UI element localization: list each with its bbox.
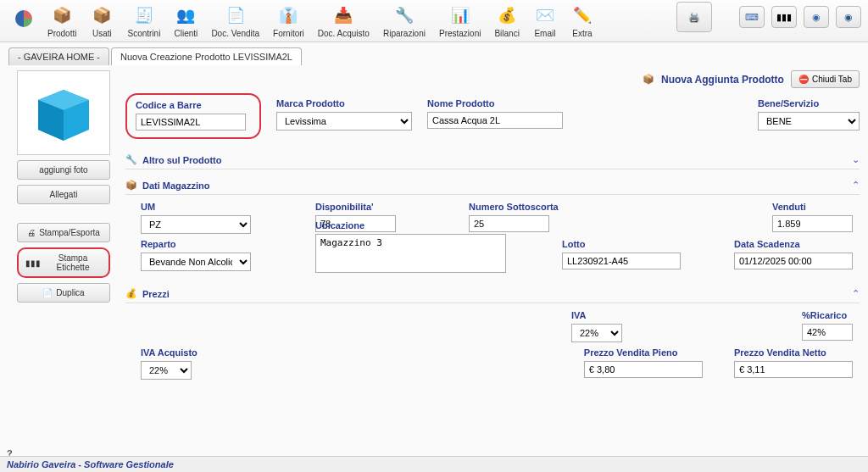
product-image [17,70,110,155]
warehouse-icon: 📦 [125,180,137,191]
toolbar-extra[interactable]: ✏️Extra [564,2,601,40]
toolbar-prodotti[interactable]: 📦Prodotti [41,2,83,40]
tab-bar: - GAVEIRA HOME - Nuova Creazione Prodott… [0,42,868,65]
barcode-button[interactable]: ▮▮▮ [771,6,797,28]
close-tab-button[interactable]: ⛔ Chiudi Tab [791,70,860,88]
toolbar-chart-icon[interactable] [7,2,41,31]
circle-button-1[interactable]: ◉ [804,6,829,28]
lotto-input[interactable] [562,253,681,269]
tab-current[interactable]: Nuova Creazione Prodotto LEVISSIMA2L [111,47,302,65]
iva-acq-select[interactable]: 22% [141,361,192,380]
ubic-input[interactable]: Magazzino 3 [315,234,506,273]
name-label: Nome Prodotto [427,98,563,108]
barcode-label: Codice a Barre [136,100,246,110]
print-export-button[interactable]: 🖨Stampa/Esporta [17,223,110,242]
toolbar-prestazioni[interactable]: 📊Prestazioni [432,2,487,40]
pie-chart-icon [14,8,34,29]
toolbar-email[interactable]: ✉️Email [526,2,564,40]
brand-select[interactable]: Levissima [276,112,412,130]
disp-label: Disponibilita' [315,202,396,212]
attachments-button[interactable]: Allegati [17,185,110,204]
box-header-icon: 📦 [643,74,654,85]
type-select[interactable]: BENE [758,112,860,130]
toolbar-fornitori[interactable]: 👔Fornitori [266,2,311,40]
iva-acq-label: IVA Acquisto [141,347,198,358]
sotto-label: Numero Sottoscorta [469,202,559,212]
toolbar-usati[interactable]: 📦Usati [83,2,120,40]
page-title: Nuova Aggiunta Prodotto [661,74,784,86]
reparto-label: Reparto [141,239,251,249]
pvp-input[interactable] [584,361,703,378]
section-more-title: Altro sul Prodotto [142,155,222,165]
copy-icon: 📄 [42,288,53,297]
print-labels-button[interactable]: ▮▮▮Stampa Etichette [17,247,110,278]
box-icon [30,83,97,142]
duplicate-button[interactable]: 📄Duplica [17,283,110,303]
type-label: Bene/Servizio [758,98,860,108]
iva-select[interactable]: 22% [571,324,622,342]
section-prices-title: Prezzi [142,289,170,299]
chevron-down-icon[interactable]: ⌄ [852,154,860,165]
ricarico-input[interactable] [802,324,853,341]
toolbar-doc-vendita[interactable]: 📄Doc. Vendita [204,2,266,40]
footer-text: Nabirio Gaveira - Software Gestionale [0,456,868,472]
scadenza-label: Data Scadenza [734,239,853,249]
um-select[interactable]: PZ [141,215,251,234]
barcode-input[interactable] [136,114,246,130]
barcode-icon: ▮▮▮ [25,258,41,268]
ricarico-label: %Ricarico [802,310,853,320]
add-photo-button[interactable]: aggiungi foto [17,160,110,180]
pvp-label: Prezzo Vendita Pieno [584,347,703,358]
toolbar-doc-acquisto[interactable]: 📥Doc. Acquisto [311,2,376,40]
pvn-label: Prezzo Vendita Netto [734,347,853,358]
name-input[interactable] [427,112,563,129]
chevron-up-icon[interactable]: ⌃ [852,180,860,191]
tab-home[interactable]: - GAVEIRA HOME - [8,47,109,65]
venduti-label: Venduti [772,202,853,212]
wrench-icon: 🔧 [125,154,137,165]
main-toolbar: 📦Prodotti 📦Usati 🧾Scontrini 👥Clienti 📄Do… [0,0,868,42]
close-icon: ⛔ [798,75,809,84]
printer-icon: 🖨 [27,228,36,237]
scadenza-input[interactable] [734,253,853,269]
chevron-up-icon-2[interactable]: ⌃ [852,288,860,299]
barcode-field-group: Codice a Barre [125,93,261,139]
lotto-label: Lotto [562,239,681,249]
um-label: UM [141,202,251,212]
print-button[interactable]: 🖨️ [676,2,712,32]
pvn-input[interactable] [734,361,853,378]
toolbar-scontrini[interactable]: 🧾Scontrini [120,2,167,40]
circle-button-2[interactable]: ◉ [836,6,861,28]
reparto-select[interactable]: Bevande Non Alcoliche [141,253,251,271]
venduti-input[interactable] [772,215,853,232]
toolbar-bilanci[interactable]: 💰Bilanci [487,2,526,40]
toolbar-clienti[interactable]: 👥Clienti [167,2,204,40]
brand-label: Marca Prodotto [276,98,412,108]
iva-label: IVA [571,310,622,320]
money-icon: 💰 [125,288,137,299]
ubic-label: Ubicazione [315,220,506,230]
toolbar-riparazioni[interactable]: 🔧Riparazioni [376,2,432,40]
keyboard-button[interactable]: ⌨ [739,6,765,28]
section-warehouse-title: Dati Magazzino [142,180,209,191]
